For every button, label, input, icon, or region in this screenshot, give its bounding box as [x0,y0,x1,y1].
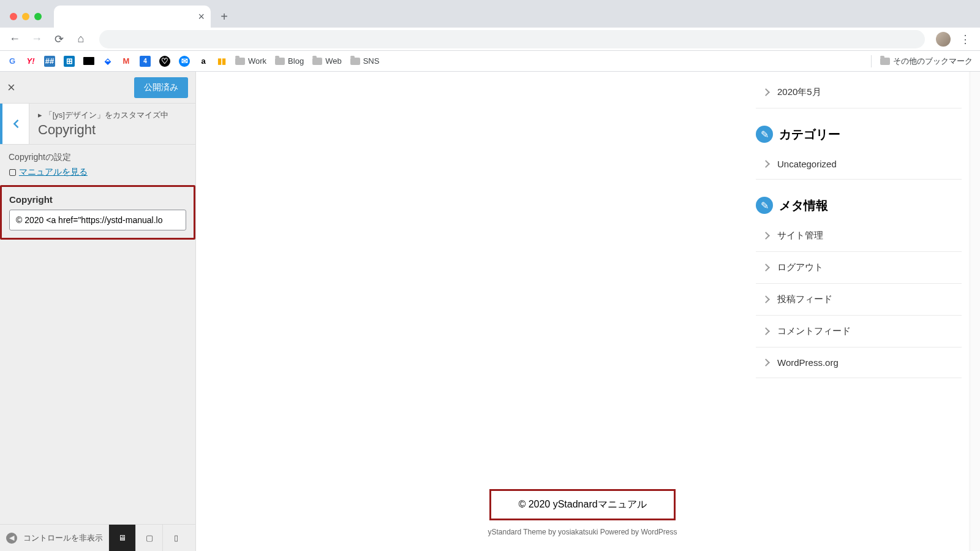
bookmark-hash[interactable]: ## [44,56,55,67]
bookmark-g[interactable]: G [7,56,17,66]
site-footer: © 2020 yStadnardマニュアル yStandard Theme by… [196,473,969,551]
bookmark-cal[interactable]: 4 [140,56,151,67]
page-scrollbar[interactable] [971,72,980,551]
edit-widget-icon[interactable]: ✎ [756,197,773,214]
reload-button[interactable]: ⟳ [51,32,66,47]
panel-description: Copyrightの設定 [0,145,195,167]
archive-item[interactable]: 2020年5月 [756,77,962,108]
copyright-field-label: Copyright [9,194,186,205]
profile-avatar[interactable] [936,32,951,47]
window-zoom-icon[interactable] [34,13,42,20]
manual-icon: ▢ [9,167,17,177]
panel-title: Copyright [38,122,187,138]
meta-item[interactable]: コメントフィード [756,316,962,348]
site-preview: 2020年5月 ✎ カテゴリー Uncategorized ✎ メタ情報 サイト… [196,72,980,551]
bookmark-SNS[interactable]: SNS [350,56,380,66]
category-item[interactable]: Uncategorized [756,149,962,180]
bookmark-screen[interactable] [83,57,94,65]
widget-title: メタ情報 [779,197,828,214]
bookmarks-bar: GY!##⊞⬙M4♡✉a▮▮WorkBlogWebSNS その他のブックマーク [0,51,980,72]
bookmarks-separator [871,55,872,67]
bookmark-dropbox[interactable]: ⬙ [103,56,113,66]
bookmark-trello[interactable]: ⊞ [64,56,75,67]
browser-menu-button[interactable]: ⋮ [958,32,973,46]
manual-link[interactable]: マニュアルを見る [19,167,88,177]
folder-icon [880,58,890,65]
tab-close-icon[interactable]: × [198,10,205,23]
device-tablet-button[interactable]: ▢ [135,525,162,552]
meta-item[interactable]: 投稿フィード [756,284,962,316]
bookmark-Web[interactable]: Web [312,56,342,66]
window-close-icon[interactable] [10,13,17,20]
collapse-controls-label: コントロールを非表示 [23,533,102,544]
other-bookmarks-label: その他のブックマーク [893,56,973,67]
browser-toolbar: ← → ⟳ ⌂ ⋮ [0,28,980,51]
edit-widget-icon[interactable]: ✎ [756,126,773,143]
browser-tab[interactable]: × [54,6,211,28]
bookmark-Work[interactable]: Work [235,56,266,66]
customizer-panel: × 公開済み ▸ 「[ys]デザイン」をカスタマイズ中 Copyright Co… [0,72,196,551]
bookmark-gmail[interactable]: M [121,56,131,66]
copyright-input[interactable] [9,210,186,230]
footer-copyright: © 2020 yStadnardマニュアル [489,489,675,520]
widget-title: カテゴリー [779,126,840,143]
other-bookmarks[interactable]: その他のブックマーク [880,56,973,67]
collapse-controls-button[interactable]: ◀ [6,533,17,544]
customizer-back-button[interactable] [0,104,29,144]
bookmark-amazon[interactable]: a [198,56,208,66]
meta-item[interactable]: ログアウト [756,252,962,284]
address-bar[interactable] [99,30,925,48]
meta-item[interactable]: WordPress.org [756,348,962,378]
customizer-close-button[interactable]: × [7,80,15,96]
meta-item[interactable]: サイト管理 [756,220,962,252]
browser-tabstrip: × + [0,0,980,28]
back-button[interactable]: ← [7,32,22,47]
device-preview-switch: 🖥 ▢ ▯ [108,525,189,552]
copyright-field-group: Copyright [0,185,195,240]
footer-credit: yStandard Theme by yosiakatsuki Powered … [196,528,969,536]
window-controls [5,13,47,28]
widget-heading-meta: ✎ メタ情報 [756,197,962,214]
bookmark-y[interactable]: Y! [26,56,36,66]
new-tab-button[interactable]: + [216,8,233,25]
bookmark-msgr[interactable]: ✉ [179,56,190,67]
device-desktop-button[interactable]: 🖥 [108,525,135,552]
breadcrumb-context: ▸ 「[ys]デザイン」をカスタマイズ中 [38,110,187,121]
customizer-footer: ◀ コントロールを非表示 🖥 ▢ ▯ [0,524,195,551]
bookmark-ga[interactable]: ▮▮ [217,56,227,66]
publish-button[interactable]: 公開済み [134,77,188,98]
bookmark-github[interactable]: ♡ [159,56,170,67]
forward-button[interactable]: → [29,32,44,47]
bookmark-Blog[interactable]: Blog [275,56,304,66]
device-mobile-button[interactable]: ▯ [162,525,189,552]
window-minimize-icon[interactable] [22,13,29,20]
chevron-left-icon [12,120,20,128]
home-button[interactable]: ⌂ [74,32,88,47]
widget-heading-categories: ✎ カテゴリー [756,126,962,143]
